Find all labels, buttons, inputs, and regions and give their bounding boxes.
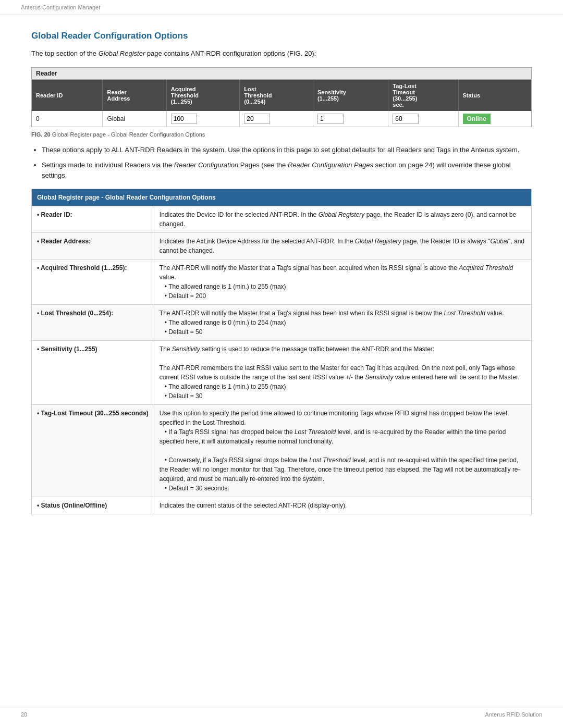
sensitivity-bullet-2: • Default = 30 [165,392,203,400]
intro-text-after: page contains ANT-RDR configuration opti… [145,50,316,57]
bullet-item-2: Settings made to individual Readers via … [42,160,532,180]
tag-lost-input[interactable] [393,114,419,124]
fig-label: FIG. 20 [31,131,51,138]
config-desc-status: Indicates the current status of the sele… [154,497,531,514]
acquired-bullet-2: • Default = 200 [165,292,206,300]
footer-page-number: 20 [21,711,27,718]
intro-paragraph: The top section of the Global Register p… [31,48,532,59]
tag-lost-bullet-3: • Default = 30 seconds. [165,485,229,492]
config-table-header: Global Register page - Global Reader Con… [32,189,532,206]
cell-sensitivity[interactable] [313,111,388,127]
main-content: Global Reader Configuration Options The … [0,15,563,546]
tag-lost-bullet-2: • Conversely, if a Tag's RSSI signal dro… [160,456,520,483]
intro-text-before: The top section of the [31,50,99,57]
acquired-bullet-1: • The allowed range is 1 (min.) to 255 (… [165,283,286,290]
lost-threshold-input[interactable] [244,114,270,124]
config-row-sensitivity: • Sensitivity (1...255) The Sensitivity … [32,341,532,405]
cell-reader-address: Global [103,111,166,127]
header-title: Anterus Configuration Manager [21,4,101,10]
col-status: Status [458,80,531,111]
reader-table-label: Reader [32,68,531,80]
sensitivity-input[interactable] [317,114,344,124]
fig-caption-text: Global Register page - Global Reader Con… [52,131,205,138]
cell-status: Online [458,111,531,127]
cell-tag-lost[interactable] [388,111,458,127]
config-label-tag-lost: • Tag-Lost Timeout (30...255 seconds) [32,405,154,497]
col-reader-address: ReaderAddress [103,80,166,111]
cell-acquired-threshold[interactable] [166,111,240,127]
config-row-reader-id: • Reader ID: Indicates the Device ID for… [32,206,532,233]
page-footer: 20 Anterus RFID Solution [0,708,563,718]
config-label-reader-id: • Reader ID: [32,206,154,233]
fig-caption: FIG. 20 Global Register page - Global Re… [31,131,532,138]
config-desc-lost: The ANT-RDR will notify the Master that … [154,305,531,341]
lost-bullet-1: • The allowed range is 0 (min.) to 254 (… [165,319,286,326]
config-label-reader-address: • Reader Address: [32,233,154,260]
tag-lost-bullet-1: • If a Tag's RSSI signal has dropped bel… [160,428,506,445]
config-row-tag-lost: • Tag-Lost Timeout (30...255 seconds) Us… [32,405,532,497]
config-desc-reader-id: Indicates the Device ID for the selected… [154,206,531,233]
config-label-acquired: • Acquired Threshold (1...255): [32,260,154,305]
section-title: Global Reader Configuration Options [31,31,532,41]
reader-table: Reader ID ReaderAddress AcquiredThreshol… [32,80,531,127]
config-row-lost: • Lost Threshold (0...254): The ANT-RDR … [32,305,532,341]
config-row-acquired: • Acquired Threshold (1...255): The ANT-… [32,260,532,305]
reader-table-container: Reader Reader ID ReaderAddress AcquiredT… [31,67,532,127]
cell-lost-threshold[interactable] [240,111,313,127]
cell-reader-id: 0 [32,111,103,127]
bullet-item-1: These options apply to ALL ANT-RDR Reade… [42,145,532,155]
sensitivity-bullet-1: • The allowed range is 1 (min.) to 255 (… [165,383,286,390]
status-badge: Online [463,114,491,124]
col-acquired-threshold: AcquiredThreshold(1...255) [166,80,240,111]
intro-italic: Global Register [99,50,145,57]
col-tag-lost: Tag-LostTimeout(30...255)sec. [388,80,458,111]
config-desc-acquired: The ANT-RDR will notify the Master that … [154,260,531,305]
col-reader-id: Reader ID [32,80,103,111]
bullet-list: These options apply to ALL ANT-RDR Reade… [42,145,532,181]
config-desc-reader-address: Indicates the AxLink Device Address for … [154,233,531,260]
config-desc-sensitivity: The Sensitivity setting is used to reduc… [154,341,531,405]
config-label-lost: • Lost Threshold (0...254): [32,305,154,341]
footer-brand: Anterus RFID Solution [485,711,542,718]
config-label-sensitivity: • Sensitivity (1...255) [32,341,154,405]
config-options-table: Global Register page - Global Reader Con… [31,189,532,514]
config-row-status: • Status (Online/Offline) Indicates the … [32,497,532,514]
lost-bullet-2: • Default = 50 [165,328,203,336]
config-label-status: • Status (Online/Offline) [32,497,154,514]
col-sensitivity: Sensitivity(1...255) [313,80,388,111]
col-lost-threshold: LostThreshold(0...254) [240,80,313,111]
config-desc-tag-lost: Use this option to specify the period ti… [154,405,531,497]
config-row-reader-address: • Reader Address: Indicates the AxLink D… [32,233,532,260]
acquired-threshold-input[interactable] [171,114,197,124]
table-row: 0 Global Online [32,111,531,127]
page-header: Anterus Configuration Manager [0,0,563,15]
